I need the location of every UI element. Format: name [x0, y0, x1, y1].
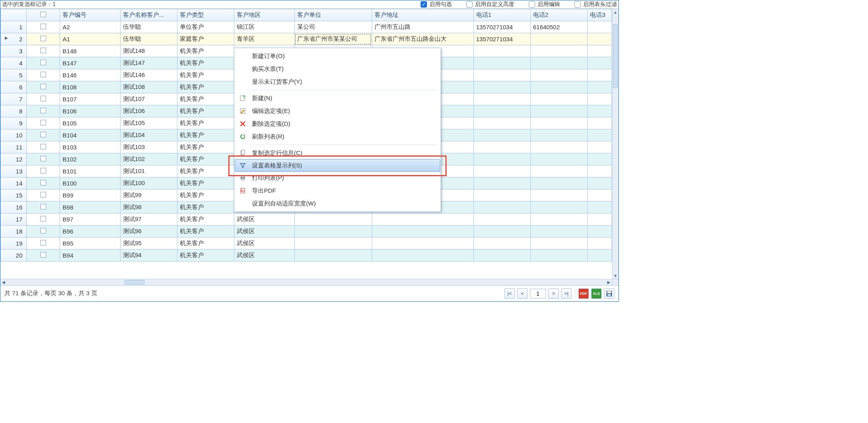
cell-type[interactable]: 机关客户 — [177, 238, 234, 250]
scroll-left-arrow[interactable]: ◀ — [0, 279, 7, 285]
cell-id[interactable]: B148 — [60, 45, 120, 57]
cell-unit[interactable]: 某公司 — [294, 21, 372, 33]
cell-id[interactable]: B101 — [60, 165, 120, 177]
cell-name[interactable]: 测试99 — [120, 189, 177, 201]
row-checkbox[interactable] — [27, 69, 60, 81]
row-checkbox[interactable] — [27, 165, 60, 177]
cell-tel2[interactable] — [530, 117, 587, 129]
cell-id[interactable]: B147 — [60, 57, 120, 69]
toggle-3[interactable]: 启用表头过滤 — [574, 1, 617, 8]
menu-item-5[interactable]: 编辑选定项(E) — [235, 105, 440, 117]
horizontal-scroll-thumb[interactable] — [125, 280, 145, 284]
cell-id[interactable]: B95 — [60, 238, 120, 250]
cell-name[interactable]: 伍华聪 — [120, 21, 177, 33]
cell-tel1[interactable] — [473, 141, 530, 153]
cell-tel2[interactable] — [530, 141, 587, 153]
cell-type[interactable]: 单位客户 — [177, 21, 234, 33]
cell-type[interactable]: 机关客户 — [177, 250, 234, 262]
cell-tel3[interactable] — [587, 238, 612, 250]
cell-tel2[interactable] — [530, 33, 587, 45]
cell-name[interactable]: 测试104 — [120, 129, 177, 141]
cell-tel2[interactable] — [530, 81, 587, 93]
cell-tel1[interactable] — [473, 238, 530, 250]
cell-type[interactable]: 机关客户 — [177, 214, 234, 226]
cell-id[interactable]: B94 — [60, 250, 120, 262]
cell-name[interactable]: 测试100 — [120, 177, 177, 189]
cell-id[interactable]: B106 — [60, 105, 120, 117]
menu-item-11[interactable]: 打印列表(P) — [235, 171, 440, 184]
page-input[interactable] — [530, 289, 546, 298]
cell-name[interactable]: 测试94 — [120, 250, 177, 262]
row-checkbox[interactable] — [27, 129, 60, 141]
cell-unit[interactable] — [294, 238, 372, 250]
cell-id[interactable]: A1 — [60, 33, 120, 45]
cell-tel2[interactable] — [530, 177, 587, 189]
menu-item-10[interactable]: 设置表格显示列(S) — [235, 159, 440, 172]
scroll-right-arrow[interactable]: ▶ — [606, 279, 612, 285]
cell-id[interactable]: B104 — [60, 129, 120, 141]
cell-tel2[interactable] — [530, 189, 587, 201]
first-page-button[interactable]: |< — [504, 288, 515, 299]
horizontal-scrollbar[interactable]: ◀ ▶ — [0, 279, 618, 285]
cell-tel2[interactable] — [530, 57, 587, 69]
cell-id[interactable]: A2 — [60, 21, 120, 33]
cell-name[interactable]: 测试97 — [120, 214, 177, 226]
cell-type[interactable]: 机关客户 — [177, 165, 234, 177]
column-header-3[interactable]: 客户地区 — [234, 9, 294, 21]
table-row[interactable]: 20B94测试94机关客户武侯区 — [1, 250, 612, 262]
cell-tel1[interactable] — [473, 189, 530, 201]
cell-tel1[interactable]: 13570271034 — [473, 21, 530, 33]
cell-id[interactable]: B102 — [60, 153, 120, 165]
cell-id[interactable]: B107 — [60, 93, 120, 105]
cell-id[interactable]: B103 — [60, 141, 120, 153]
cell-tel3[interactable] — [587, 189, 612, 201]
cell-area[interactable]: 锦江区 — [234, 21, 294, 33]
vertical-scroll-thumb[interactable] — [613, 24, 618, 88]
cell-tel1[interactable] — [473, 165, 530, 177]
cell-tel3[interactable] — [587, 105, 612, 117]
column-header-1[interactable]: 客户名称客户... — [120, 9, 177, 21]
cell-type[interactable]: 机关客户 — [177, 129, 234, 141]
column-header-6[interactable]: 电话1 — [473, 9, 530, 21]
cell-tel3[interactable] — [587, 201, 612, 214]
cell-tel2[interactable] — [530, 201, 587, 214]
menu-item-4[interactable]: 新建(N) — [235, 92, 440, 105]
cell-unit[interactable] — [294, 214, 372, 226]
cell-tel2[interactable] — [530, 153, 587, 165]
cell-tel3[interactable] — [587, 93, 612, 105]
cell-addr[interactable] — [372, 250, 473, 262]
cell-tel1[interactable]: 13570271034 — [473, 33, 530, 45]
cell-tel3[interactable] — [587, 57, 612, 69]
row-checkbox[interactable] — [27, 201, 60, 214]
menu-item-13[interactable]: 设置列自动适应宽度(W) — [235, 197, 440, 210]
cell-type[interactable]: 机关客户 — [177, 201, 234, 214]
cell-tel2[interactable]: 61640502 — [530, 21, 587, 33]
cell-area[interactable]: 武侯区 — [234, 226, 294, 238]
table-row[interactable]: 17B97测试97机关客户武侯区 — [1, 214, 612, 226]
cell-tel2[interactable] — [530, 105, 587, 117]
cell-tel3[interactable] — [587, 33, 612, 45]
cell-type[interactable]: 机关客户 — [177, 226, 234, 238]
cell-unit[interactable] — [294, 250, 372, 262]
cell-type[interactable]: 机关客户 — [177, 153, 234, 165]
column-header-0[interactable]: 客户编号 — [60, 9, 120, 21]
table-row[interactable]: 2A1伍华聪家庭客户青羊区广东省广州市某某公司广东省广州市五山路金山大13570… — [1, 33, 612, 45]
cell-name[interactable]: 测试148 — [120, 45, 177, 57]
cell-addr[interactable]: 广东省广州市五山路金山大 — [372, 33, 473, 45]
row-checkbox[interactable] — [27, 93, 60, 105]
table-row[interactable]: 18B96测试96机关客户武侯区 — [1, 226, 612, 238]
cell-addr[interactable]: 广州市五山路 — [372, 21, 473, 33]
cell-name[interactable]: 测试108 — [120, 81, 177, 93]
row-checkbox[interactable] — [27, 214, 60, 226]
row-checkbox[interactable] — [27, 21, 60, 33]
cell-type[interactable]: 机关客户 — [177, 141, 234, 153]
row-checkbox[interactable] — [27, 33, 60, 45]
cell-id[interactable]: B146 — [60, 69, 120, 81]
toggle-1[interactable]: 启用自定义高度 — [466, 1, 514, 8]
cell-type[interactable]: 机关客户 — [177, 57, 234, 69]
cell-tel2[interactable] — [530, 214, 587, 226]
scroll-up-arrow[interactable]: ▲ — [612, 9, 618, 15]
cell-tel1[interactable] — [473, 250, 530, 262]
cell-tel3[interactable] — [587, 214, 612, 226]
cell-tel3[interactable] — [587, 250, 612, 262]
